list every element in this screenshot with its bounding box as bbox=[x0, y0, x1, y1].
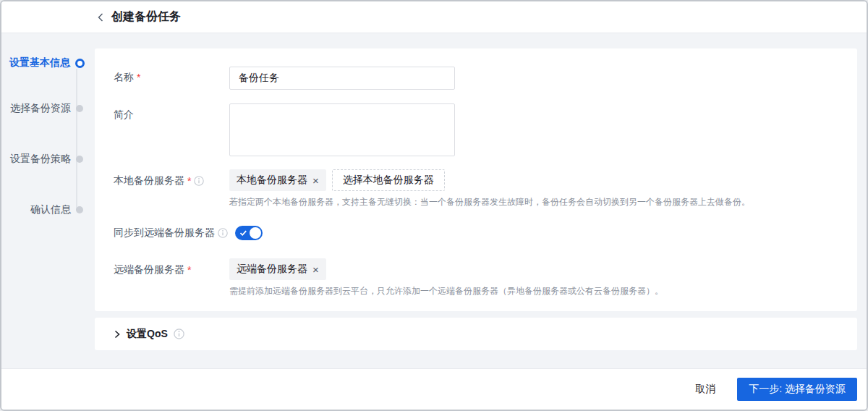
name-input[interactable] bbox=[229, 67, 455, 90]
remove-icon[interactable]: × bbox=[312, 264, 319, 275]
chevron-left-icon bbox=[96, 12, 105, 22]
remote-server-hint: 需提前添加远端备份服务器到云平台，只允许添加一个远端备份服务器（异地备份服务器或… bbox=[229, 285, 663, 297]
basic-info-form-card: 名称* 简介 本地备份服务器* 本地备份服务器 × 选择本地备份服务器 bbox=[95, 48, 857, 311]
local-server-hint: 若指定两个本地备份服务器，支持主备无缝切换：当一个备份服务器发生故障时，备份任务… bbox=[229, 196, 750, 208]
create-backup-task-page: 创建备份任务 设置基本信息 选择备份资源 设置备份策略 确认信息 名称* 简介 … bbox=[0, 0, 868, 411]
description-label: 简介 bbox=[114, 109, 134, 122]
qos-label: 设置QoS bbox=[127, 328, 168, 341]
step-confirm-info[interactable]: 确认信息 bbox=[1, 203, 83, 217]
info-icon[interactable] bbox=[194, 176, 204, 186]
step-active-circle-icon bbox=[75, 59, 85, 68]
step-label: 确认信息 bbox=[30, 203, 71, 216]
qos-section-header[interactable]: 设置QoS bbox=[95, 318, 857, 350]
sync-remote-label: 同步到远端备份服务器 bbox=[114, 226, 215, 240]
remove-icon[interactable]: × bbox=[312, 175, 319, 186]
page-title: 创建备份任务 bbox=[111, 9, 181, 25]
check-icon bbox=[239, 229, 247, 237]
sync-remote-row: 同步到远端备份服务器 bbox=[114, 226, 263, 240]
required-marker: * bbox=[187, 175, 191, 187]
back-button[interactable] bbox=[96, 12, 105, 22]
step-dot-icon bbox=[76, 206, 83, 213]
toggle-knob bbox=[250, 227, 261, 239]
info-icon[interactable] bbox=[174, 329, 184, 339]
cancel-button[interactable]: 取消 bbox=[695, 383, 715, 396]
step-label: 设置基本信息 bbox=[9, 56, 70, 69]
step-label: 设置备份策略 bbox=[10, 153, 71, 166]
chevron-right-icon bbox=[114, 330, 121, 339]
required-marker: * bbox=[137, 72, 140, 83]
sync-remote-toggle[interactable] bbox=[235, 226, 263, 240]
steps-rail bbox=[76, 69, 77, 211]
local-server-label: 本地备份服务器* bbox=[114, 174, 204, 187]
next-step-button[interactable]: 下一步: 选择备份资源 bbox=[737, 378, 857, 401]
local-server-controls: 本地备份服务器 × 选择本地备份服务器 bbox=[229, 169, 445, 191]
local-server-tag: 本地备份服务器 × bbox=[229, 169, 326, 191]
step-dot-icon bbox=[76, 105, 83, 112]
page-header: 创建备份任务 bbox=[1, 1, 867, 33]
step-basic-info[interactable]: 设置基本信息 bbox=[1, 56, 83, 70]
remote-server-tag: 远端备份服务器 × bbox=[229, 258, 326, 280]
step-backup-policy[interactable]: 设置备份策略 bbox=[1, 152, 83, 166]
required-marker: * bbox=[187, 264, 191, 276]
step-label: 选择备份资源 bbox=[10, 102, 71, 115]
footer-action-bar: 取消 下一步: 选择备份资源 bbox=[1, 368, 867, 410]
remote-server-controls: 远端备份服务器 × bbox=[229, 258, 326, 280]
step-select-resources[interactable]: 选择备份资源 bbox=[1, 101, 83, 116]
select-local-server-button[interactable]: 选择本地备份服务器 bbox=[332, 169, 445, 191]
remote-server-label: 远端备份服务器* bbox=[114, 263, 191, 276]
description-textarea[interactable] bbox=[229, 103, 455, 156]
name-label: 名称* bbox=[114, 71, 140, 84]
step-dot-icon bbox=[76, 156, 83, 163]
info-icon[interactable] bbox=[218, 228, 228, 238]
